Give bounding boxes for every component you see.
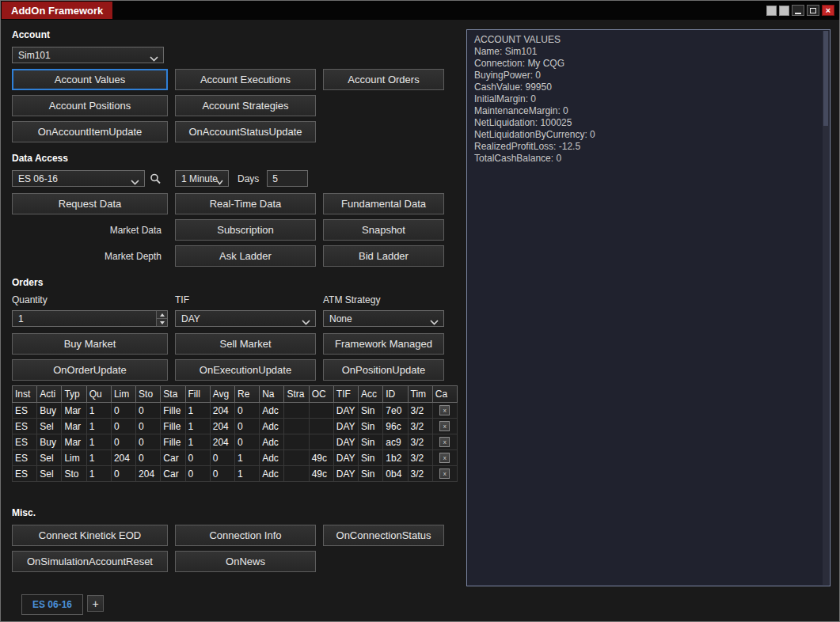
- close-button[interactable]: ×: [822, 5, 834, 16]
- on-connection-status-button[interactable]: OnConnectionStatus: [323, 525, 444, 546]
- cancel-order-button[interactable]: x: [439, 468, 450, 479]
- log-lines: ACCOUNT VALUESName: Sim101Connection: My…: [467, 30, 830, 169]
- order-cell: 1: [185, 419, 210, 434]
- orders-column-header[interactable]: Typ: [62, 386, 86, 403]
- instrument-selector[interactable]: ES 06-16: [12, 170, 145, 187]
- orders-column-header[interactable]: Tim: [408, 386, 432, 403]
- orders-table: InstActiTypQuLimStoStaFillAvgReNaStraOCT…: [12, 385, 458, 482]
- connect-kinetick-eod-button[interactable]: Connect Kinetick EOD: [12, 525, 168, 546]
- real-time-data-button[interactable]: Real-Time Data: [175, 193, 316, 214]
- order-row: ESBuyMar100Fille12040AdcDAYSin7e03/2x: [13, 403, 458, 419]
- tif-selector[interactable]: DAY: [175, 310, 316, 327]
- days-input[interactable]: [267, 170, 308, 187]
- log-line: TotalCashBalance: 0: [474, 153, 823, 165]
- orders-column-header[interactable]: Re: [234, 386, 259, 403]
- maximize-button[interactable]: [807, 5, 819, 16]
- on-simulation-account-reset-button[interactable]: OnSimulationAccountReset: [12, 551, 168, 572]
- order-cell: DAY: [333, 403, 358, 419]
- maximize-icon: [810, 8, 816, 13]
- account-orders-button[interactable]: Account Orders: [323, 69, 444, 90]
- orders-column-header[interactable]: Na: [260, 386, 284, 403]
- interval-selector[interactable]: 1 Minute: [175, 170, 229, 187]
- sell-market-button[interactable]: Sell Market: [175, 333, 316, 355]
- on-account-status-update-button[interactable]: OnAccountStatusUpdate: [175, 121, 316, 142]
- order-cell: 1: [185, 434, 210, 450]
- on-order-update-button[interactable]: OnOrderUpdate: [12, 359, 168, 381]
- orders-column-header[interactable]: Lim: [111, 386, 135, 403]
- order-cell: 0: [234, 403, 259, 419]
- order-cell: 0: [111, 466, 135, 482]
- order-cell: Sin: [359, 450, 383, 466]
- connection-info-button[interactable]: Connection Info: [175, 525, 316, 546]
- instrument-selector-value: ES 06-16: [18, 173, 58, 184]
- quantity-input[interactable]: [13, 312, 148, 325]
- orders-column-header[interactable]: Stra: [284, 386, 309, 403]
- order-cell: DAY: [333, 419, 358, 434]
- account-values-button[interactable]: Account Values: [12, 69, 168, 90]
- order-cell: Sin: [359, 419, 383, 434]
- atm-strategy-selector-value: None: [329, 313, 352, 324]
- add-tab-button[interactable]: +: [87, 595, 104, 612]
- on-execution-update-button[interactable]: OnExecutionUpdate: [175, 359, 316, 381]
- framework-managed-button[interactable]: Framework Managed: [323, 333, 444, 355]
- order-cell: [309, 434, 333, 450]
- order-cell: 0: [136, 450, 161, 466]
- buy-market-button[interactable]: Buy Market: [12, 333, 168, 355]
- orders-column-header[interactable]: Qu: [86, 386, 111, 403]
- order-cell: Sin: [359, 466, 383, 482]
- orders-column-header[interactable]: TIF: [333, 386, 358, 403]
- request-data-button[interactable]: Request Data: [12, 193, 168, 214]
- order-cell: 204: [210, 434, 234, 450]
- subscription-button[interactable]: Subscription: [175, 219, 316, 241]
- orders-column-header[interactable]: Sta: [161, 386, 185, 403]
- on-news-button[interactable]: OnNews: [175, 551, 316, 572]
- order-cell: Sin: [359, 434, 383, 450]
- orders-column-header[interactable]: Ca: [432, 386, 457, 403]
- cancel-order-button[interactable]: x: [439, 421, 450, 431]
- orders-column-header[interactable]: Acti: [37, 386, 62, 403]
- left-panel: Account Sim101 Account Values Account Ex…: [12, 29, 458, 577]
- orders-column-header[interactable]: Sto: [136, 386, 161, 403]
- cancel-order-button[interactable]: x: [439, 405, 450, 415]
- cancel-order-button[interactable]: x: [439, 453, 450, 463]
- account-strategies-button[interactable]: Account Strategies: [175, 95, 316, 116]
- log-scrollbar-thumb[interactable]: [823, 31, 828, 126]
- spinner-down-button[interactable]: [157, 318, 167, 326]
- on-position-update-button[interactable]: OnPositionUpdate: [323, 359, 444, 381]
- order-cell: DAY: [333, 466, 358, 482]
- snapshot-button[interactable]: Snapshot: [323, 219, 444, 241]
- market-depth-label: Market Depth: [12, 245, 168, 267]
- spinner-up-button[interactable]: [157, 311, 167, 318]
- orders-column-header[interactable]: ID: [383, 386, 408, 403]
- cancel-order-button[interactable]: x: [439, 437, 450, 447]
- order-cell: Fille: [161, 434, 185, 450]
- fundamental-data-button[interactable]: Fundamental Data: [323, 193, 444, 214]
- minimize-button[interactable]: [792, 5, 804, 16]
- tab-es-06-16[interactable]: ES 06-16: [21, 594, 83, 615]
- orders-column-header[interactable]: Inst: [13, 386, 37, 403]
- account-selector[interactable]: Sim101: [12, 47, 164, 63]
- orders-column-header[interactable]: Fill: [185, 386, 210, 403]
- chevron-down-icon: [150, 53, 158, 63]
- search-icon[interactable]: [149, 173, 162, 185]
- orders-column-header[interactable]: Acc: [359, 386, 383, 403]
- ask-ladder-button[interactable]: Ask Ladder: [175, 245, 316, 267]
- order-cell: 7e0: [383, 403, 408, 419]
- orders-column-header[interactable]: Avg: [210, 386, 234, 403]
- order-row: ESSelSto10204Car001Adc49cDAYSin0b43/2x: [13, 466, 458, 482]
- quantity-stepper[interactable]: [12, 310, 168, 327]
- account-selector-value: Sim101: [18, 50, 51, 61]
- title-bar[interactable]: AddOn Framework ×: [1, 1, 839, 20]
- interval-link-icon[interactable]: [779, 6, 789, 16]
- instrument-link-icon[interactable]: [766, 6, 777, 16]
- account-positions-button[interactable]: Account Positions: [12, 95, 168, 116]
- bid-ladder-button[interactable]: Bid Ladder: [323, 245, 444, 267]
- tif-label: TIF: [175, 294, 316, 305]
- account-executions-button[interactable]: Account Executions: [175, 69, 316, 90]
- orders-column-header[interactable]: OC: [309, 386, 333, 403]
- log-scrollbar[interactable]: [823, 31, 829, 585]
- atm-strategy-selector[interactable]: None: [323, 310, 444, 327]
- order-cell: 204: [136, 466, 161, 482]
- on-account-item-update-button[interactable]: OnAccountItemUpdate: [12, 121, 168, 142]
- order-cell: 1: [234, 450, 259, 466]
